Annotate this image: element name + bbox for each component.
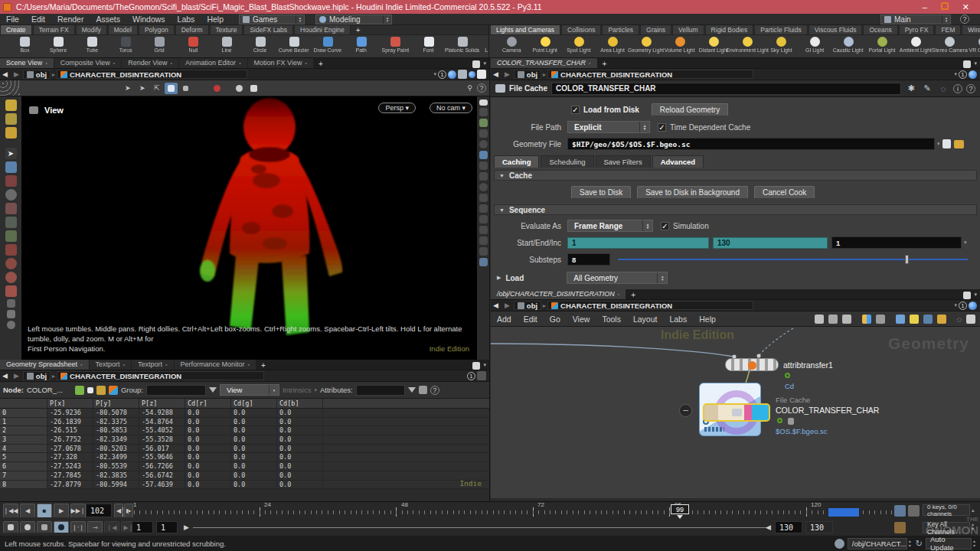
shelf-tab[interactable]: Collisions <box>561 25 601 34</box>
shelf-tab[interactable]: Oceans <box>863 25 897 34</box>
display-flag-icon[interactable] <box>785 373 790 378</box>
shelf-tool[interactable]: Null <box>176 36 210 53</box>
path-dropdown-icon[interactable]: ▾ <box>954 71 957 77</box>
audio-options-icon[interactable] <box>20 521 35 533</box>
find-icon[interactable]: ◌ <box>955 315 964 324</box>
pin-icon[interactable] <box>969 302 977 310</box>
breadcrumb-node[interactable]: CHARACTER_DISINTEGRATION <box>547 301 753 310</box>
group-input[interactable] <box>146 385 206 396</box>
network-menu-item[interactable]: Help <box>693 315 722 324</box>
shelf-tool[interactable]: Tube <box>75 36 109 53</box>
add-pane-tab-button[interactable]: + <box>256 361 270 370</box>
menu-item[interactable]: Render <box>51 15 90 24</box>
character-picker-icon[interactable]: ⚲ <box>463 83 476 94</box>
shelf-tool[interactable]: Spot Light <box>562 36 596 53</box>
translate-handle-icon[interactable] <box>5 175 17 187</box>
column-header[interactable]: Cd[g] <box>231 399 277 408</box>
add-pane-tab-button[interactable]: + <box>626 291 640 299</box>
folder-icon[interactable] <box>954 140 964 148</box>
network-canvas[interactable]: Indie Edition Geometry attribtransfer1 C… <box>491 327 980 498</box>
breadcrumb-node[interactable]: CHARACTER_DISINTEGRATION <box>547 70 753 79</box>
network-menu-item[interactable]: Go <box>544 315 567 324</box>
range-start-field[interactable]: 1 <box>132 521 153 533</box>
path-dropdown-icon[interactable]: ▾ <box>954 302 957 308</box>
interrupt-cook-icon[interactable] <box>211 83 224 94</box>
shelf-tab[interactable]: Model <box>108 25 138 34</box>
shelf-tool[interactable]: Camera <box>495 36 528 53</box>
close-tab-icon[interactable]: ▪ <box>248 362 250 367</box>
shelf-tool[interactable]: L-System <box>479 36 488 53</box>
breadcrumb-node[interactable]: CHARACTER_DISINTEGRATION <box>57 70 247 79</box>
file-cache-node[interactable] <box>703 403 770 422</box>
slider-handle[interactable] <box>905 255 909 264</box>
column-header[interactable]: Cd[b] <box>277 399 323 408</box>
network-menu-item[interactable]: Labs <box>663 315 693 324</box>
key-marker-icon[interactable]: ⊸ <box>87 521 103 533</box>
link-badge[interactable]: 1 <box>467 372 475 380</box>
back-icon[interactable]: ◀ <box>0 70 10 78</box>
search-icon[interactable]: ◌ <box>937 84 949 93</box>
link-badge[interactable]: 1 <box>959 302 967 310</box>
class-dropdown[interactable]: View▾ <box>220 384 279 396</box>
gallery-icon[interactable] <box>937 315 946 324</box>
index-column-header[interactable] <box>0 399 47 408</box>
close-button[interactable]: ✕ <box>962 2 969 12</box>
scene-viewport[interactable]: ➤ <box>0 96 489 360</box>
prev-key-button[interactable]: ❘◀ <box>104 521 119 533</box>
keys-expand-icon[interactable]: ▴ <box>972 507 975 514</box>
group-filter-icon[interactable] <box>209 387 217 393</box>
checkbox-checked-icon[interactable]: ✓ <box>571 106 580 114</box>
scrollbar-thumb[interactable] <box>479 99 488 106</box>
viewport-help-icon[interactable]: ? <box>477 83 486 93</box>
network-menu-item[interactable]: Add <box>491 315 518 324</box>
point-marker-icon[interactable] <box>479 215 488 223</box>
shelf-tool[interactable]: Circle <box>243 36 277 53</box>
shelf-tool[interactable]: VR Camera <box>966 36 980 53</box>
shelf-tool[interactable]: Portal Light <box>865 36 899 53</box>
minimize-button[interactable]: – <box>923 2 927 12</box>
breadcrumb[interactable]: obj <box>23 371 51 380</box>
drag-select-icon[interactable]: ⇱ <box>150 83 163 94</box>
view-tool-icon[interactable] <box>7 310 15 318</box>
realtime-toggle-icon[interactable] <box>54 521 69 533</box>
substeps-slider[interactable] <box>618 254 968 265</box>
pane-tab[interactable]: Render View▪ <box>122 58 178 68</box>
go-end-button[interactable]: ▶▶❘ <box>70 504 86 518</box>
range-end-input[interactable]: 130 <box>713 237 828 249</box>
table-row[interactable]: 2 -26.515 -80.5853 -55.4052 0.0 0.0 0.0 <box>0 426 489 435</box>
pin-icon[interactable] <box>969 70 977 79</box>
tree-view-icon[interactable] <box>828 315 838 324</box>
pane-dropdown-icon[interactable]: ▾ <box>483 60 486 68</box>
cancel-cook-button[interactable]: Cancel Cook <box>754 186 815 199</box>
snapshot-cube-icon[interactable] <box>458 70 467 79</box>
snapshot-icon[interactable] <box>479 258 488 266</box>
checkbox-checked-icon[interactable]: ✓ <box>658 123 666 132</box>
timeline-ruler[interactable]: 1 24 48 72 96 120 99 <box>122 504 892 520</box>
uv-display-icon[interactable] <box>479 236 488 245</box>
evaluate-as-dropdown[interactable]: Frame Range▴▾ <box>567 220 653 232</box>
toolbar-drag-handle[interactable] <box>0 80 20 96</box>
pane-tab[interactable]: Scene View▪ <box>0 58 54 68</box>
close-tab-icon[interactable]: ▪ <box>239 60 240 66</box>
attributes-filter-icon[interactable] <box>408 387 416 393</box>
select-mode-icon[interactable] <box>179 83 192 94</box>
table-row[interactable]: 6 -27.5243 -80.5539 -56.7266 0.0 0.0 0.0 <box>0 462 489 471</box>
dopesheet-icon[interactable] <box>37 521 52 533</box>
play-button[interactable]: ▶ <box>54 504 69 518</box>
close-tab-icon[interactable]: ▪ <box>589 60 590 66</box>
integer-frames-icon[interactable]: ❘‧❘ <box>70 521 86 533</box>
viewport-options-icon[interactable] <box>247 83 260 94</box>
maximize-pane-icon[interactable] <box>477 70 486 79</box>
rotate-handle-icon[interactable] <box>5 189 17 201</box>
shelf-tab[interactable]: Pyro FX <box>899 25 935 34</box>
secure-selection-lock-icon[interactable] <box>5 161 17 173</box>
shelf-tool[interactable]: Platonic Solids <box>446 36 479 53</box>
shelf-tool[interactable]: Geometry Light <box>629 36 663 53</box>
play-reverse-button[interactable]: ◀ <box>20 504 35 518</box>
close-tab-icon[interactable]: ▪ <box>171 60 172 66</box>
spreadsheet-help-icon[interactable]: ? <box>430 386 439 395</box>
shade-mode-icon[interactable] <box>479 108 488 116</box>
shelf-tab[interactable]: Texture <box>210 25 243 34</box>
pane-tab[interactable]: /obj/CHARACTER_DISINTEGRATION▪ <box>491 289 626 299</box>
node-value[interactable]: COLOR_... <box>27 386 63 394</box>
